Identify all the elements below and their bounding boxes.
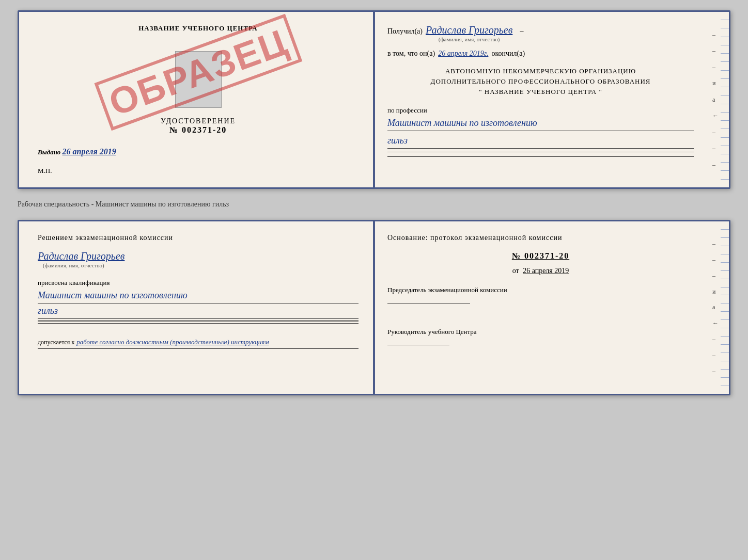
date-value: 26 апреля 2019г. bbox=[438, 50, 488, 58]
dash-line1 bbox=[387, 152, 694, 152]
profession-value2: гильз bbox=[387, 135, 408, 146]
received-line: Получил(а) Радислав Григорьев (фамилия, … bbox=[387, 24, 694, 42]
right-decoration bbox=[721, 12, 729, 187]
q-dash3 bbox=[38, 323, 359, 324]
protocol-date-value: 26 апреля 2019 bbox=[523, 267, 569, 275]
recipient-name: Радислав Григорьев bbox=[426, 24, 512, 36]
director-title: Руководитель учебного Центра bbox=[387, 327, 694, 337]
allowed-block: допускается к работе согласно должностны… bbox=[38, 338, 359, 350]
cert-title: УДОСТОВЕРЕНИЕ bbox=[161, 117, 236, 125]
qualification-label: присвоена квалификация bbox=[38, 279, 359, 287]
profession-label: по профессии bbox=[387, 106, 694, 115]
school-name: НАЗВАНИЕ УЧЕБНОГО ЦЕНТРА bbox=[38, 24, 359, 33]
director-block: Руководитель учебного Центра bbox=[387, 317, 694, 347]
chairman-sign-line bbox=[387, 303, 470, 303]
bottom-right-decoration bbox=[721, 221, 729, 394]
chairman-title: Председатель экзаменационной комиссии bbox=[387, 285, 694, 295]
separator-text: Рабочая специальность - Машинист машины … bbox=[18, 197, 730, 212]
received-label: Получил(а) bbox=[387, 27, 423, 36]
cert-block: ОБРАЗЕЦ УДОСТОВЕРЕНИЕ № 002371-20 bbox=[38, 42, 359, 135]
issued-label: Выдано bbox=[38, 148, 60, 156]
date-line: в том, что он(а) 26 апреля 2019г. окончи… bbox=[387, 50, 694, 58]
bottom-minus-marks: – – – и а ← – – – bbox=[712, 221, 719, 394]
dash-line2 bbox=[387, 156, 694, 157]
qualification-value2: гильз bbox=[38, 306, 58, 316]
top-right-content: Получил(а) Радислав Григорьев (фамилия, … bbox=[387, 24, 708, 158]
date-suffix: окончил(а) bbox=[491, 50, 525, 58]
protocol-date-prefix: от bbox=[512, 267, 519, 275]
photo-area bbox=[175, 51, 222, 108]
mp-label: М.П. bbox=[38, 167, 52, 175]
org-line2: ДОПОЛНИТЕЛЬНОГО ПРОФЕССИОНАЛЬНОГО ОБРАЗО… bbox=[387, 77, 694, 86]
bottom-doc-right: Основание: протокол экзаменационной коми… bbox=[373, 221, 729, 394]
allowed-line: допускается к работе согласно должностны… bbox=[38, 338, 359, 346]
bottom-document: Решением экзаменационной комиссии Радисл… bbox=[18, 220, 730, 395]
basis-title: Основание: протокол экзаменационной коми… bbox=[387, 234, 694, 242]
director-sign-line bbox=[387, 345, 449, 345]
page-wrapper: НАЗВАНИЕ УЧЕБНОГО ЦЕНТРА ОБРАЗЕЦ УДОСТОВ… bbox=[18, 10, 730, 395]
allowed-value: работе согласно должностным (производств… bbox=[76, 338, 269, 346]
allowed-dash bbox=[38, 348, 359, 349]
qualification-block: присвоена квалификация Машинист машины п… bbox=[38, 279, 359, 325]
org-block: АВТОНОМНУЮ НЕКОММЕРЧЕСКУЮ ОРГАНИЗАЦИЮ ДО… bbox=[387, 67, 694, 96]
protocol-number: № 002371-20 bbox=[387, 251, 694, 261]
recipient-name-block: Радислав Григорьев (фамилия, имя, отчест… bbox=[426, 24, 512, 42]
qualification-value: Машинист машины по изготовлению bbox=[38, 290, 188, 300]
cert-number: № 002371-20 bbox=[161, 125, 236, 135]
dash-sep: – bbox=[520, 27, 523, 36]
profession-value: Машинист машины по изготовлению bbox=[387, 118, 537, 128]
top-doc-left: НАЗВАНИЕ УЧЕБНОГО ЦЕНТРА ОБРАЗЕЦ УДОСТОВ… bbox=[19, 12, 373, 187]
org-line3: " НАЗВАНИЕ УЧЕБНОГО ЦЕНТРА " bbox=[387, 88, 694, 96]
org-line1: АВТОНОМНУЮ НЕКОММЕРЧЕСКУЮ ОРГАНИЗАЦИЮ bbox=[387, 67, 694, 75]
top-doc-right: Получил(а) Радислав Григорьев (фамилия, … bbox=[373, 12, 729, 187]
chairman-block: Председатель экзаменационной комиссии bbox=[387, 285, 694, 306]
recipient-name-hint: (фамилия, имя, отчество) bbox=[439, 36, 500, 42]
cert-issued: Выдано 26 апреля 2019 bbox=[38, 147, 116, 156]
bottom-right-content: Основание: протокол экзаменационной коми… bbox=[387, 234, 708, 347]
minus-marks: – – – и а ← – – – bbox=[712, 12, 719, 187]
person-name-block: Радислав Григорьев (фамилия, имя, отчест… bbox=[38, 250, 359, 268]
date-prefix: в том, что он(а) bbox=[387, 50, 435, 58]
top-document: НАЗВАНИЕ УЧЕБНОГО ЦЕНТРА ОБРАЗЕЦ УДОСТОВ… bbox=[18, 10, 730, 189]
q-dash2 bbox=[38, 322, 359, 322]
protocol-date: от 26 апреля 2019 bbox=[387, 267, 694, 275]
person-name-hint: (фамилия, имя, отчество) bbox=[43, 262, 359, 268]
decision-title: Решением экзаменационной комиссии bbox=[38, 234, 359, 242]
issued-date: 26 апреля 2019 bbox=[63, 147, 116, 156]
bottom-doc-left: Решением экзаменационной комиссии Радисл… bbox=[19, 221, 373, 394]
person-name: Радислав Григорьев bbox=[38, 250, 359, 262]
allowed-label: допускается к bbox=[38, 339, 74, 346]
q-dash1 bbox=[38, 320, 359, 321]
profession-block: по профессии Машинист машины по изготовл… bbox=[387, 106, 694, 158]
